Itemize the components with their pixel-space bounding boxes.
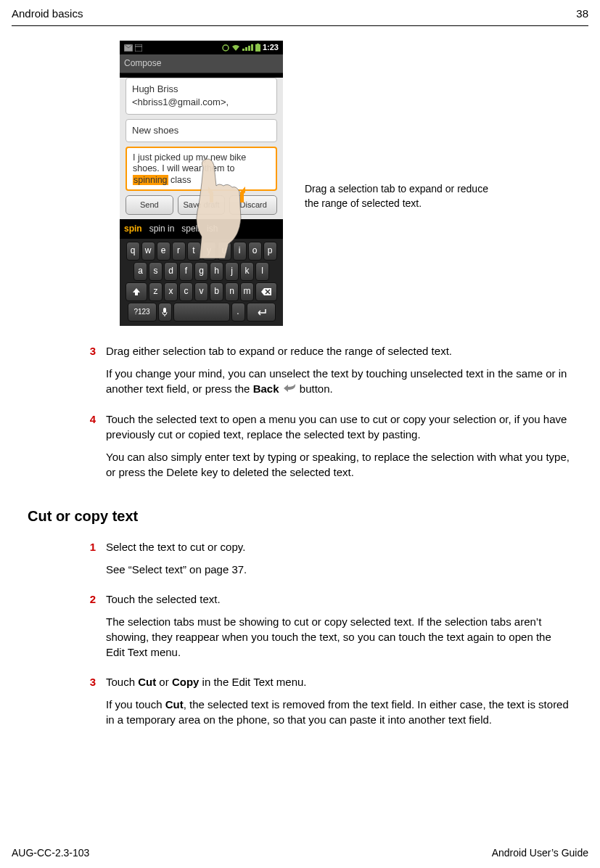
header-right: 38	[576, 6, 588, 21]
compose-body: Hugh Briss <hbriss1@gmail.com>, New shoe…	[120, 78, 283, 219]
cut-label: Cut	[138, 676, 156, 688]
key-row-4: ?123 .	[122, 303, 281, 322]
key-a: a	[133, 262, 147, 281]
step-num: 2	[87, 591, 96, 667]
svg-rect-5	[257, 44, 259, 44]
main-content: 3 Drag either selection tab to expand or…	[87, 343, 571, 735]
delete-key	[255, 282, 277, 301]
discard-button: Discard	[229, 195, 277, 215]
key-k: k	[240, 262, 254, 281]
key-r: r	[172, 242, 186, 261]
selection-handle-left-icon	[203, 187, 213, 202]
key-s: s	[149, 262, 163, 281]
enter-icon	[255, 308, 267, 316]
key-b: b	[210, 282, 223, 301]
copy-label: Copy	[172, 676, 200, 688]
key-row-2: a s d f g h j k l	[122, 262, 281, 281]
step-4a: 4 Touch the selected text to open a menu…	[87, 412, 571, 487]
key-d: d	[164, 262, 178, 281]
step-num: 3	[87, 343, 96, 405]
msg-before: I just picked up my new bike shoes. I wi…	[133, 152, 246, 174]
status-time: 1:23	[263, 42, 279, 53]
key-v: v	[194, 282, 208, 301]
space-key	[173, 303, 230, 322]
key-g: g	[194, 262, 208, 281]
to-field: Hugh Briss <hbriss1@gmail.com>,	[126, 78, 277, 114]
key-f: f	[179, 262, 193, 281]
svg-rect-6	[163, 308, 166, 313]
key-row-3: z x c v b n m	[122, 282, 281, 301]
key-t: t	[187, 242, 201, 261]
status-bar: 1:23	[120, 41, 283, 54]
step-1b: 1 Select the text to cut or copy. See “S…	[87, 539, 571, 584]
status-left-icons	[124, 42, 142, 53]
key-e: e	[157, 242, 170, 261]
step-2b: 2 Touch the selected text. The selection…	[87, 591, 571, 667]
key-row-1: q w e r t y u i o p	[122, 242, 281, 261]
shift-key	[126, 282, 147, 301]
save-draft-button: Save draft	[178, 195, 226, 215]
step-body: Touch the selected text to open a menu y…	[106, 412, 571, 487]
suggestion-row: spin spin in spell ish	[120, 219, 283, 239]
msg-highlight: spinning	[133, 175, 168, 185]
subject-field: New shoes	[126, 119, 277, 142]
key-l: l	[255, 262, 269, 281]
key-n: n	[225, 282, 239, 301]
step-body: Drag either selection tab to expand or r…	[106, 343, 571, 405]
back-label: Back	[253, 382, 279, 395]
step-text: If you change your mind, you can unselec…	[106, 366, 571, 398]
footer-right: Android User’s Guide	[492, 846, 588, 861]
mic-icon	[161, 307, 168, 317]
step-num: 3	[87, 674, 96, 734]
cut-label-2: Cut	[165, 698, 184, 711]
suggest-3: spell	[181, 223, 200, 235]
msg-after: class	[168, 175, 192, 185]
step-text: The selection tabs must be showing to cu…	[106, 614, 571, 660]
step-body: Touch the selected text. The selection t…	[106, 591, 571, 667]
key-z: z	[149, 282, 163, 301]
footer-left: AUG-CC-2.3-103	[12, 846, 89, 861]
window-icon	[135, 44, 142, 52]
svg-point-3	[223, 45, 229, 51]
suggest-2: spin in	[149, 223, 175, 235]
status-right-icons: 1:23	[222, 42, 279, 53]
signal-icon	[242, 44, 253, 51]
svg-rect-1	[135, 44, 142, 52]
step-text: Select the text to cut or copy.	[106, 539, 571, 554]
shift-icon	[132, 287, 141, 296]
battery-icon	[255, 44, 260, 52]
step-text: See “Select text” on page 37.	[106, 562, 571, 577]
header-rule	[12, 25, 588, 26]
key-m: m	[240, 282, 254, 301]
back-icon	[282, 382, 297, 397]
step-num: 1	[87, 539, 96, 584]
step-text: Touch Cut or Copy in the Edit Text menu.	[106, 674, 571, 689]
key-h: h	[210, 262, 223, 281]
step-3a: 3 Drag either selection tab to expand or…	[87, 343, 571, 405]
step-text: Touch the selected text.	[106, 591, 571, 607]
key-c: c	[179, 282, 193, 301]
step-body: Select the text to cut or copy. See “Sel…	[106, 539, 571, 584]
phone-buttons: Send Save draft Discard	[120, 191, 283, 219]
mic-key	[158, 303, 172, 322]
step-body: Touch Cut or Copy in the Edit Text menu.…	[106, 674, 571, 734]
delete-icon	[261, 288, 271, 295]
symbols-key: ?123	[128, 303, 157, 322]
step-num: 4	[87, 412, 96, 487]
step-text: Touch the selected text to open a menu y…	[106, 412, 571, 442]
phone-screenshot: 1:23 Compose Hugh Briss <hbriss1@gmail.c…	[120, 41, 283, 326]
mail-icon	[124, 44, 133, 52]
key-w: w	[141, 242, 155, 261]
key-u: u	[218, 242, 231, 261]
enter-key	[247, 303, 276, 322]
step-text: Drag either selection tab to expand or r…	[106, 343, 571, 359]
page-footer: AUG-CC-2.3-103 Android User’s Guide	[12, 846, 588, 861]
selection-handle-right-icon	[240, 187, 250, 202]
step-text: You can also simply enter text by typing…	[106, 449, 571, 480]
key-o: o	[248, 242, 262, 261]
page-header: Android basics 38	[0, 0, 600, 25]
period-key: .	[231, 303, 245, 322]
key-p: p	[263, 242, 277, 261]
suggest-1: spin	[124, 223, 142, 235]
step-3b: 3 Touch Cut or Copy in the Edit Text men…	[87, 674, 571, 734]
